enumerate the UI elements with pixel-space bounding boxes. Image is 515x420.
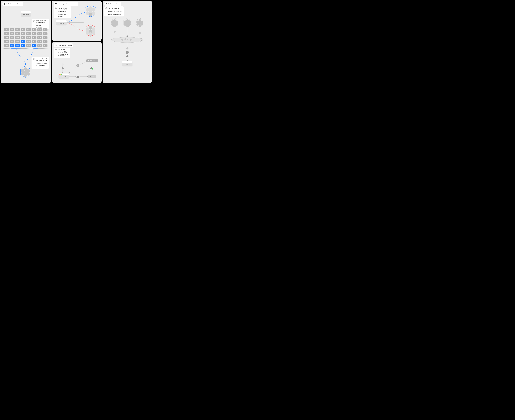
hex-cluster-red-icon — [85, 24, 96, 37]
svg-marker-49 — [138, 22, 141, 24]
node-chip: Node — [32, 40, 37, 43]
node-chip: Node — [4, 40, 9, 43]
svg-marker-5 — [24, 70, 27, 74]
callout-text: You may opt into multiple applications s… — [58, 8, 70, 17]
reward-contract-label: Reward Contract — [86, 59, 98, 62]
svg-marker-45 — [136, 18, 144, 27]
node-chip: Node — [21, 28, 25, 31]
svg-line-72 — [69, 67, 76, 73]
panel-joining-multiple: 2. Joining multiple applications 1 You m… — [52, 1, 102, 41]
svg-marker-31 — [111, 20, 114, 23]
node-chip: Node — [32, 44, 37, 47]
node-chip: Node — [15, 36, 20, 39]
callout-2: 2 Your node, along with other nodes that… — [31, 57, 49, 69]
svg-marker-2 — [24, 67, 27, 71]
callout-text: Your node, along with other nodes that f… — [36, 58, 48, 68]
your-node-window: Your Node — [21, 11, 31, 17]
svg-marker-50 — [136, 23, 139, 26]
svg-marker-22 — [89, 29, 92, 33]
svg-marker-11 — [89, 6, 92, 10]
task-diamond-icon — [114, 30, 116, 33]
node-chip: Node — [10, 32, 15, 35]
node-chip: Node — [37, 36, 42, 39]
panel-opt-in: 1. Opt into an application Your Node 1 Y… — [1, 1, 51, 83]
node-chip: Node — [43, 32, 47, 35]
node-chip: Node — [4, 32, 9, 35]
svg-marker-10 — [85, 5, 96, 17]
svg-marker-8 — [24, 73, 27, 77]
node-chip: Node — [15, 44, 20, 47]
node-pool: NodeNodeNodeNodeNodeNodeNodeNodeNodeNode… — [3, 27, 49, 49]
task-triangle-icon — [61, 67, 64, 69]
svg-marker-19 — [89, 26, 92, 30]
svg-marker-6 — [21, 72, 24, 75]
node-chip: Node — [43, 28, 47, 31]
node-chip: Node — [10, 44, 15, 47]
node-chip: Node — [37, 44, 42, 47]
node-chip: Node — [21, 32, 25, 35]
svg-marker-52 — [138, 24, 141, 27]
svg-marker-24 — [92, 31, 95, 35]
svg-point-76 — [92, 68, 93, 70]
callout-number: 2 — [33, 58, 35, 60]
svg-marker-3 — [21, 69, 24, 73]
asterisk-icon — [4, 3, 5, 5]
node-chip: Node — [10, 40, 15, 43]
node-chip: Node — [32, 28, 37, 31]
node-chip: Node — [32, 36, 37, 39]
svg-marker-32 — [115, 20, 118, 23]
svg-marker-37 — [123, 18, 131, 27]
ethereum-label: Ethereum — [88, 75, 96, 78]
svg-marker-62 — [127, 38, 129, 40]
svg-marker-21 — [92, 27, 95, 31]
callout-number: 1 — [55, 8, 57, 9]
callout-number: 1 — [55, 49, 57, 50]
svg-marker-57 — [139, 31, 141, 34]
svg-marker-42 — [124, 23, 127, 26]
task-triangle-icon — [126, 55, 129, 57]
svg-marker-16 — [92, 11, 95, 15]
panel-title: 4. Completing the loop — [54, 44, 73, 47]
your-node-window: Your Node — [122, 61, 132, 66]
window-traffic-lights — [56, 20, 67, 22]
task-pentagon-icon — [139, 31, 141, 34]
node-chip: Node — [21, 44, 25, 47]
svg-marker-23 — [86, 31, 89, 35]
window-traffic-lights — [21, 11, 31, 13]
svg-marker-48 — [141, 20, 143, 23]
svg-marker-58 — [126, 35, 129, 38]
svg-marker-44 — [126, 24, 129, 27]
svg-point-28 — [107, 4, 107, 5]
node-chip: Node — [10, 28, 15, 31]
svg-marker-18 — [85, 24, 96, 37]
svg-marker-17 — [89, 13, 92, 17]
node-chip: Node — [26, 28, 31, 31]
svg-marker-63 — [129, 38, 132, 41]
task-diamond-icon — [126, 47, 129, 50]
svg-marker-30 — [114, 19, 116, 22]
svg-point-27 — [106, 4, 106, 5]
svg-marker-33 — [114, 22, 116, 24]
node-chip: Node — [15, 32, 20, 35]
node-chip: Node — [26, 40, 31, 43]
svg-marker-56 — [114, 30, 116, 33]
svg-marker-20 — [86, 27, 89, 31]
panel-title-text: 2. Joining multiple applications — [58, 3, 77, 5]
window-traffic-lights — [122, 61, 132, 63]
task-triangle-validated-icon — [90, 67, 93, 69]
node-chip: Node — [37, 28, 42, 31]
node-chip: Node — [21, 36, 25, 39]
svg-marker-43 — [128, 23, 131, 26]
callout-text: Tasks are sent to the network, where the… — [108, 8, 122, 15]
svg-marker-12 — [86, 8, 89, 12]
svg-marker-36 — [114, 24, 116, 27]
task-pentagon-icon — [126, 51, 129, 54]
node-chip: Node — [26, 32, 31, 35]
node-chip: Node — [21, 40, 25, 43]
node-chip: Node — [15, 28, 20, 31]
svg-point-26 — [106, 3, 107, 4]
cube-icon — [62, 63, 64, 66]
svg-marker-40 — [128, 20, 131, 23]
panel-title: 3. Receiving tasks — [104, 2, 121, 6]
node-chip: Node — [32, 32, 37, 35]
